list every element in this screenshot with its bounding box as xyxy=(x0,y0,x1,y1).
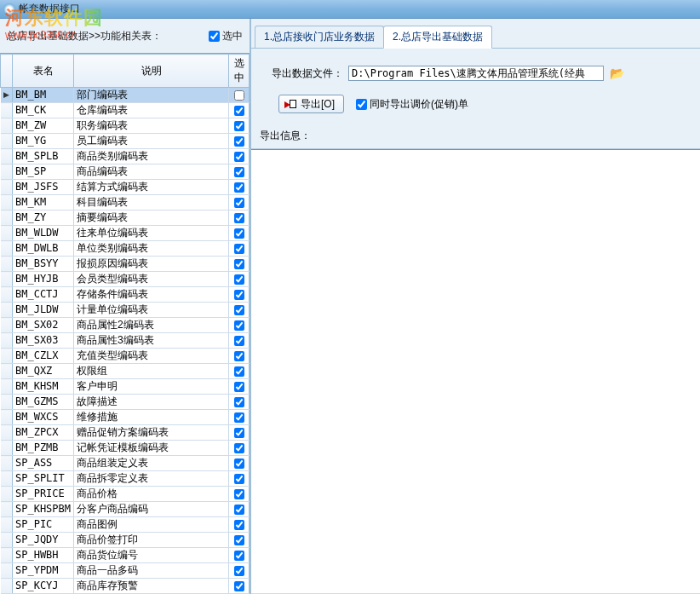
row-desc: 存储条件编码表 xyxy=(74,287,229,303)
row-checkbox[interactable] xyxy=(234,397,244,407)
row-code: BM_HYJB xyxy=(13,272,74,287)
concurrent-export-checkbox[interactable] xyxy=(356,99,367,110)
row-checkbox[interactable] xyxy=(234,244,244,254)
row-checkbox[interactable] xyxy=(234,320,244,331)
row-checkbox[interactable] xyxy=(234,520,244,530)
table-row[interactable]: BM_ZW职务编码表 xyxy=(1,118,250,134)
row-checkbox[interactable] xyxy=(234,167,244,177)
row-checkbox[interactable] xyxy=(234,336,244,346)
row-checkbox[interactable] xyxy=(234,551,244,561)
row-checkbox[interactable] xyxy=(234,566,244,576)
table-row[interactable]: BM_PZMB记帐凭证模板编码表 xyxy=(1,441,250,456)
table-row[interactable]: BM_SPLB商品类别编码表 xyxy=(1,149,250,164)
export-icon xyxy=(284,99,296,109)
row-checkbox[interactable] xyxy=(234,290,244,300)
row-code: BM_BSYY xyxy=(13,257,74,272)
table-row[interactable]: BM_KHSM客户申明 xyxy=(1,379,250,395)
row-checkbox[interactable] xyxy=(234,106,244,116)
table-row[interactable]: BM_YG员工编码表 xyxy=(1,134,250,149)
row-checkbox[interactable] xyxy=(234,535,244,545)
table-row[interactable]: BM_ZY摘要编码表 xyxy=(1,210,250,226)
table-row[interactable]: SP_PRICE商品价格 xyxy=(1,487,250,502)
col-sel[interactable]: 选中 xyxy=(229,55,250,88)
table-row[interactable]: SP_PIC商品图例 xyxy=(1,517,250,533)
row-code: SP_ASS xyxy=(13,456,74,471)
table-row[interactable]: SP_KCYJ商品库存预警 xyxy=(1,579,250,594)
row-marker xyxy=(1,303,13,318)
row-checkbox[interactable] xyxy=(234,351,244,361)
row-checkbox[interactable] xyxy=(234,581,244,591)
row-checkbox[interactable] xyxy=(234,489,244,499)
row-checkbox[interactable] xyxy=(234,366,244,377)
row-desc: 仓库编码表 xyxy=(74,103,229,118)
table-row[interactable]: BM_SX02商品属性2编码表 xyxy=(1,318,250,333)
row-checkbox[interactable] xyxy=(234,213,244,223)
table-row[interactable]: BM_ZPCX赠品促销方案编码表 xyxy=(1,425,250,441)
row-checkbox[interactable] xyxy=(234,505,244,515)
row-checkbox[interactable] xyxy=(234,228,244,239)
table-row[interactable]: BM_CCTJ存储条件编码表 xyxy=(1,287,250,303)
row-checkbox[interactable] xyxy=(234,428,244,438)
row-checkbox[interactable] xyxy=(234,443,244,453)
row-code: SP_PIC xyxy=(13,517,74,533)
row-checkbox[interactable] xyxy=(234,382,244,392)
row-checkbox[interactable] xyxy=(234,458,244,469)
table-row[interactable]: SP_KHSPBM分客户商品编码 xyxy=(1,502,250,517)
row-checkbox[interactable] xyxy=(234,121,244,131)
col-desc[interactable]: 说明 xyxy=(74,55,229,88)
row-desc: 商品属性3编码表 xyxy=(74,333,229,349)
col-name[interactable]: 表名 xyxy=(13,55,74,88)
tab-receive[interactable]: 1.总店接收门店业务数据 xyxy=(255,26,384,48)
breadcrumb-text: 总店导出基础数据>>功能相关表： xyxy=(7,29,162,43)
table-row[interactable]: BM_CZLX充值类型编码表 xyxy=(1,349,250,364)
row-checkbox[interactable] xyxy=(234,412,244,423)
select-all-control[interactable]: 选中 xyxy=(209,29,243,43)
row-code: SP_KHSPBM xyxy=(13,502,74,517)
table-row[interactable]: SP_YPDM商品一品多码 xyxy=(1,563,250,579)
table-row[interactable]: ▶BM_BM部门编码表 xyxy=(1,88,250,103)
table-row[interactable]: SP_SPLIT商品拆零定义表 xyxy=(1,471,250,487)
table-row[interactable]: BM_CK仓库编码表 xyxy=(1,103,250,118)
export-file-input[interactable] xyxy=(348,66,604,81)
table-row[interactable]: SP_JQDY商品价签打印 xyxy=(1,533,250,548)
table-row[interactable]: BM_JSFS结算方式编码表 xyxy=(1,180,250,195)
table-row[interactable]: BM_HYJB会员类型编码表 xyxy=(1,272,250,287)
table-row[interactable]: BM_JLDW计量单位编码表 xyxy=(1,303,250,318)
table-row[interactable]: SP_HWBH商品货位编号 xyxy=(1,548,250,563)
row-desc: 分客户商品编码 xyxy=(74,502,229,517)
row-checkbox[interactable] xyxy=(234,182,244,193)
row-marker xyxy=(1,517,13,533)
table-row[interactable]: BM_DWLB单位类别编码表 xyxy=(1,241,250,257)
row-checkbox[interactable] xyxy=(234,136,244,147)
tab-export[interactable]: 2.总店导出基础数据 xyxy=(383,26,492,49)
row-checkbox[interactable] xyxy=(234,474,244,484)
table-row[interactable]: BM_QXZ权限组 xyxy=(1,364,250,379)
table-row[interactable]: SP_ASS商品组装定义表 xyxy=(1,456,250,471)
table-row[interactable]: BM_WXCS维修措施 xyxy=(1,410,250,425)
row-code: BM_WXCS xyxy=(13,410,74,425)
row-desc: 充值类型编码表 xyxy=(74,349,229,364)
export-button[interactable]: 导出[O] xyxy=(278,95,344,113)
row-checkbox[interactable] xyxy=(234,90,244,101)
table-row[interactable]: BM_GZMS故障描述 xyxy=(1,395,250,410)
row-desc: 维修措施 xyxy=(74,410,229,425)
table-row[interactable]: BM_SX03商品属性3编码表 xyxy=(1,333,250,349)
row-desc: 商品货位编号 xyxy=(74,548,229,563)
table-row[interactable]: BM_SP商品编码表 xyxy=(1,164,250,180)
select-all-checkbox[interactable] xyxy=(209,31,220,42)
table-row[interactable]: BM_KM科目编码表 xyxy=(1,195,250,210)
table-row[interactable]: BM_BSYY报损原因编码表 xyxy=(1,257,250,272)
browse-folder-icon[interactable]: 📂 xyxy=(609,66,624,80)
table-row[interactable]: BM_WLDW往来单位编码表 xyxy=(1,226,250,241)
row-checkbox[interactable] xyxy=(234,274,244,285)
app-icon xyxy=(3,3,15,15)
row-checkbox[interactable] xyxy=(234,305,244,315)
row-marker xyxy=(1,471,13,487)
row-checkbox[interactable] xyxy=(234,198,244,208)
tables-grid[interactable]: 表名 说明 选中 ▶BM_BM部门编码表BM_CK仓库编码表BM_ZW职务编码表… xyxy=(0,54,250,594)
row-checkbox[interactable] xyxy=(234,259,244,269)
row-code: BM_SX02 xyxy=(13,318,74,333)
row-desc: 摘要编码表 xyxy=(74,210,229,226)
concurrent-export-control[interactable]: 同时导出调价(促销)单 xyxy=(356,97,468,112)
row-checkbox[interactable] xyxy=(234,152,244,162)
